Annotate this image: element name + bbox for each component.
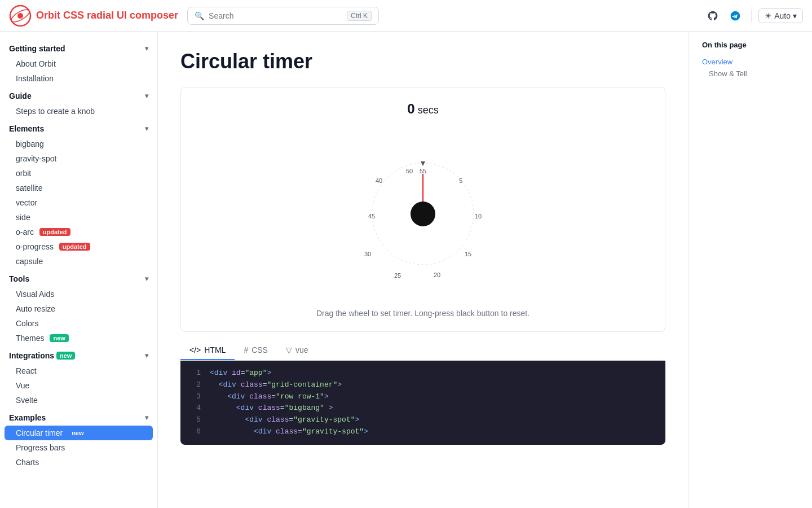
- tab-vue[interactable]: ▽ vue: [277, 341, 317, 360]
- sidebar-item-bigbang[interactable]: bigbang: [0, 137, 157, 151]
- sidebar-item-vector[interactable]: vector: [0, 195, 157, 210]
- code-line: 4 <div class="bigbang" >: [189, 402, 656, 414]
- sidebar-item-gravity-spot[interactable]: gravity-spot: [0, 151, 157, 166]
- toc-link-overview[interactable]: Overview: [702, 58, 732, 66]
- section-label: Elements: [9, 124, 44, 133]
- section-guide: Guide ▾ Steps to create a knob: [0, 88, 157, 119]
- sidebar-item-visual-aids[interactable]: Visual Aids: [0, 287, 157, 301]
- search-input[interactable]: [209, 11, 342, 20]
- chevron-icon: ▾: [145, 125, 148, 133]
- code-line: 3 <div class="row row-1">: [189, 391, 656, 403]
- kbd-shortcut: Ctrl K: [347, 11, 372, 21]
- section-header-examples[interactable]: Examples ▾: [0, 410, 157, 426]
- sidebar-item-o-progress[interactable]: o-progress updated: [0, 239, 157, 254]
- badge-new: new: [50, 334, 68, 342]
- section-header-tools[interactable]: Tools ▾: [0, 271, 157, 287]
- github-icon[interactable]: [704, 7, 722, 25]
- sidebar: Getting started ▾ About Orbit Installati…: [0, 32, 158, 508]
- logo[interactable]: Orbit CSS radial UI composer: [9, 5, 178, 27]
- timer-svg-wrapper[interactable]: 55 5 10 15 20 25 30 45 40 50: [195, 124, 651, 304]
- timer-display: 0 secs: [195, 101, 651, 117]
- sidebar-item-progress-bars[interactable]: Progress bars: [0, 440, 157, 455]
- svg-text:30: 30: [364, 251, 371, 257]
- timer-svg[interactable]: 55 5 10 15 20 25 30 45 40 50: [344, 135, 502, 293]
- tab-css[interactable]: # CSS: [235, 341, 277, 360]
- sidebar-item-circular-timer[interactable]: Circular timer new: [5, 426, 153, 440]
- chevron-down-icon: ▾: [793, 11, 797, 20]
- section-header-integrations[interactable]: Integrations new ▾: [0, 348, 157, 364]
- right-sidebar: On this page Overview Show & Tell: [688, 32, 812, 508]
- auto-label: Auto: [774, 11, 791, 20]
- svg-point-1: [17, 13, 23, 19]
- chevron-icon: ▾: [145, 92, 148, 100]
- code-tabs: </> HTML # CSS ▽ vue: [180, 341, 665, 361]
- badge-new: new: [56, 352, 75, 360]
- section-getting-started: Getting started ▾ About Orbit Installati…: [0, 41, 157, 86]
- chevron-icon: ▾: [145, 45, 148, 52]
- vue-icon: ▽: [286, 345, 292, 354]
- sidebar-item-about[interactable]: About Orbit: [0, 56, 157, 71]
- search-bar[interactable]: 🔍 Ctrl K: [187, 7, 379, 25]
- header: Orbit CSS radial UI composer 🔍 Ctrl K ☀ …: [0, 0, 812, 32]
- section-header-getting-started[interactable]: Getting started ▾: [0, 41, 157, 56]
- sidebar-item-orbit[interactable]: orbit: [0, 166, 157, 181]
- header-divider: [751, 9, 752, 23]
- tab-html[interactable]: </> HTML: [180, 341, 235, 360]
- sidebar-item-satellite[interactable]: satellite: [0, 181, 157, 195]
- svg-text:5: 5: [459, 177, 462, 184]
- section-integrations: Integrations new ▾ React Vue Svelte: [0, 348, 157, 408]
- page-title: Circular timer: [180, 50, 665, 73]
- code-line: 1<div id="app">: [189, 367, 656, 379]
- sidebar-item-capsule[interactable]: capsule: [0, 254, 157, 269]
- sidebar-item-o-arc[interactable]: o-arc updated: [0, 225, 157, 239]
- section-label: Integrations: [9, 351, 54, 360]
- svg-text:50: 50: [406, 168, 413, 174]
- badge-new: new: [68, 429, 87, 437]
- section-examples: Examples ▾ Circular timer new Progress b…: [0, 410, 157, 470]
- code-line: 2 <div class="grid-container">: [189, 379, 656, 391]
- sidebar-item-react[interactable]: React: [0, 364, 157, 378]
- section-label: Examples: [9, 413, 46, 422]
- svg-text:10: 10: [475, 213, 482, 220]
- sidebar-item-themes[interactable]: Themes new: [0, 331, 157, 345]
- svg-text:40: 40: [376, 177, 382, 184]
- search-icon: 🔍: [195, 11, 204, 20]
- sun-icon: ☀: [765, 11, 772, 20]
- section-label: Tools: [9, 274, 29, 283]
- auto-mode-button[interactable]: ☀ Auto ▾: [758, 8, 803, 23]
- section-header-guide[interactable]: Guide ▾: [0, 88, 157, 104]
- code-block: 1<div id="app"> 2 <div class="grid-conta…: [180, 361, 665, 445]
- section-header-elements[interactable]: Elements ▾: [0, 121, 157, 137]
- sidebar-item-installation[interactable]: Installation: [0, 71, 157, 86]
- section-label: Getting started: [9, 44, 65, 53]
- main-layout: Getting started ▾ About Orbit Installati…: [0, 32, 812, 508]
- telegram-icon[interactable]: [726, 7, 744, 25]
- svg-text:20: 20: [434, 271, 440, 278]
- svg-text:25: 25: [394, 272, 401, 279]
- section-label: Guide: [9, 91, 32, 100]
- timer-unit: secs: [418, 104, 439, 116]
- chevron-icon: ▾: [145, 275, 148, 283]
- sidebar-item-auto-resize[interactable]: Auto resize: [0, 301, 157, 316]
- chevron-icon: ▾: [145, 414, 148, 422]
- badge-updated: updated: [39, 228, 70, 236]
- header-icons: ☀ Auto ▾: [704, 7, 803, 25]
- sidebar-item-svelte[interactable]: Svelte: [0, 393, 157, 408]
- svg-text:55: 55: [420, 168, 426, 174]
- sidebar-item-steps[interactable]: Steps to create a knob: [0, 104, 157, 119]
- timer-value: 0: [407, 101, 414, 116]
- sidebar-item-colors[interactable]: Colors: [0, 316, 157, 331]
- sidebar-item-charts[interactable]: Charts: [0, 455, 157, 470]
- sidebar-item-vue[interactable]: Vue: [0, 378, 157, 393]
- toc-item-overview[interactable]: Overview: [702, 56, 798, 68]
- toc-title: On this page: [702, 41, 798, 49]
- toc-item-show-tell[interactable]: Show & Tell: [702, 68, 798, 80]
- section-elements: Elements ▾ bigbang gravity-spot orbit sa…: [0, 121, 157, 269]
- code-line: 5 <div class="gravity-spot">: [189, 414, 656, 426]
- demo-box: 0 secs 55 5 10 15 20 25 30 45: [180, 87, 665, 332]
- logo-icon: [9, 5, 32, 27]
- chevron-icon: ▾: [145, 352, 148, 360]
- badge-updated: updated: [59, 243, 90, 251]
- sidebar-item-side[interactable]: side: [0, 210, 157, 225]
- svg-text:45: 45: [368, 213, 375, 220]
